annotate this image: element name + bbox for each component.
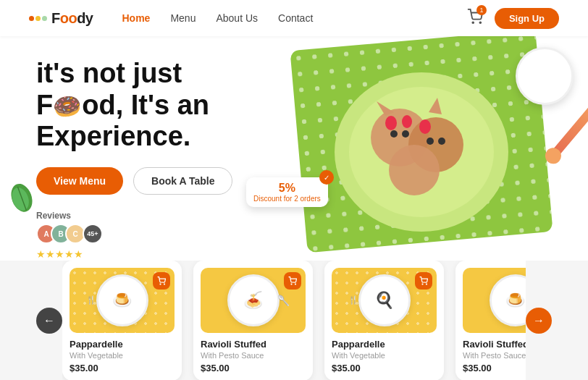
view-menu-button[interactable]: View Menu bbox=[36, 167, 123, 195]
discount-text: Discount for 2 orders bbox=[253, 195, 321, 203]
add-to-cart-2[interactable] bbox=[284, 272, 301, 290]
svg-point-1 bbox=[479, 22, 481, 23]
plate-2: 🍝 bbox=[227, 274, 280, 326]
add-to-cart-1[interactable] bbox=[153, 272, 170, 290]
add-to-cart-3[interactable] bbox=[415, 272, 432, 290]
hero-image bbox=[284, 36, 588, 261]
svg-point-19 bbox=[160, 284, 161, 284]
card-subtitle-2: With Pesto Sauce bbox=[201, 351, 306, 360]
card-title-1: Pappardelle bbox=[70, 339, 175, 350]
logo-text: Foody bbox=[51, 10, 93, 27]
logo-dot-1 bbox=[29, 16, 34, 21]
card-image-3: 🍳 🍴 bbox=[332, 268, 437, 333]
svg-point-7 bbox=[390, 130, 398, 138]
food-visual-2: 🍝 bbox=[239, 286, 268, 315]
card-title-2: Ravioli Stuffed bbox=[201, 339, 306, 350]
food-visual-1: 🍮 bbox=[108, 286, 137, 315]
svg-point-23 bbox=[422, 284, 423, 284]
food-card-1: 🍮 🍴 Pappardelle With Vegetable $35.00 bbox=[62, 261, 182, 381]
card-bg-4: 🍮 bbox=[463, 268, 526, 333]
food-visual-4: 🍮 bbox=[501, 286, 526, 315]
plate-svg bbox=[313, 58, 530, 239]
card-price-1: $35.00 bbox=[70, 363, 175, 373]
logo[interactable]: Foody bbox=[29, 10, 93, 27]
svg-point-20 bbox=[164, 284, 165, 284]
plate-4: 🍮 bbox=[490, 274, 526, 326]
discount-percent: 5% bbox=[279, 182, 295, 195]
fork-1: 🍴 bbox=[86, 295, 96, 305]
discount-badge: ✓ 5% Discount for 2 orders bbox=[246, 177, 328, 207]
plate-wrap-1: 🍮 🍴 bbox=[96, 274, 148, 326]
svg-point-6 bbox=[389, 145, 440, 195]
card-price-4: $35.00 bbox=[463, 363, 526, 373]
cart-button[interactable]: 1 bbox=[467, 9, 483, 28]
svg-point-12 bbox=[402, 115, 412, 128]
hero-section: it's not just F🍩od, It's an Experience. … bbox=[0, 36, 588, 261]
avatar-group: A B C 45+ bbox=[36, 224, 290, 244]
star-rating: ★★★★★ bbox=[36, 248, 290, 260]
nav-link-home[interactable]: Home bbox=[122, 12, 151, 24]
card-image-2: 🍝 🥄 bbox=[201, 268, 306, 333]
svg-point-8 bbox=[402, 130, 409, 138]
fork-3: 🍴 bbox=[348, 295, 358, 305]
spoon-illustration bbox=[545, 99, 588, 167]
avatar-count: 45+ bbox=[83, 224, 103, 244]
svg-point-11 bbox=[385, 116, 397, 130]
logo-dots bbox=[29, 16, 47, 21]
reviews-section: Reviews A B C 45+ ★★★★★ bbox=[36, 211, 290, 260]
plate-wrap-3: 🍳 🍴 bbox=[358, 274, 411, 326]
plate-wrap-4: 🍮 bbox=[490, 274, 526, 326]
food-card-4: 🍮 Ravioli Stuffed With Pesto Sauce $35.0… bbox=[455, 261, 526, 381]
logo-dot-3 bbox=[42, 16, 47, 21]
plate-1: 🍮 bbox=[96, 274, 148, 326]
plate-3: 🍳 bbox=[358, 274, 411, 326]
svg-point-0 bbox=[472, 22, 474, 23]
nav-link-contact[interactable]: Contact bbox=[278, 12, 313, 24]
svg-point-22 bbox=[295, 284, 296, 284]
svg-point-10 bbox=[438, 138, 445, 145]
svg-point-9 bbox=[427, 138, 434, 145]
food-illustration bbox=[313, 58, 530, 242]
food-visual-3: 🍳 bbox=[370, 286, 399, 315]
nav-actions: 1 Sign Up bbox=[467, 8, 559, 29]
card-price-3: $35.00 bbox=[332, 363, 437, 373]
food-card-3: 🍳 🍴 Pappardelle With Vegetable $35.00 bbox=[324, 261, 444, 381]
nav-links: Home Menu About Us Contact bbox=[122, 12, 467, 24]
book-table-button[interactable]: Book A Table bbox=[133, 167, 232, 195]
card-price-2: $35.00 bbox=[201, 363, 306, 373]
nav-link-menu[interactable]: Menu bbox=[170, 12, 196, 24]
reviews-label: Reviews bbox=[36, 211, 290, 221]
prev-arrow[interactable]: ← bbox=[36, 308, 62, 334]
nav-link-about[interactable]: About Us bbox=[216, 12, 258, 24]
hero-content: it's not just F🍩od, It's an Experience. … bbox=[0, 36, 326, 261]
plate-wrap-2: 🍝 🥄 bbox=[227, 274, 280, 326]
cart-badge: 1 bbox=[476, 5, 487, 15]
card-title-3: Pappardelle bbox=[332, 339, 437, 350]
cards-section: ← 🍮 🍴 bbox=[0, 261, 588, 380]
svg-point-13 bbox=[419, 119, 431, 134]
card-subtitle-1: With Vegetable bbox=[70, 351, 175, 360]
hero-title: it's not just F🍩od, It's an Experience. bbox=[36, 58, 290, 153]
spoon-2: 🥄 bbox=[277, 295, 290, 306]
navbar: Foody Home Menu About Us Contact 1 Sign … bbox=[0, 0, 588, 36]
logo-dot-2 bbox=[35, 16, 41, 21]
card-subtitle-3: With Vegetable bbox=[332, 351, 437, 360]
food-plate-container bbox=[284, 36, 588, 261]
card-image-1: 🍮 🍴 bbox=[70, 268, 175, 333]
svg-point-24 bbox=[427, 284, 427, 284]
next-arrow[interactable]: → bbox=[526, 308, 552, 334]
food-card-2: 🍝 🥄 Ravioli Stuffed With Pesto Sauce $35… bbox=[193, 261, 313, 381]
cards-container: 🍮 🍴 Pappardelle With Vegetable $35.00 bbox=[62, 261, 526, 381]
cart-icon-1 bbox=[157, 276, 166, 285]
card-title-4: Ravioli Stuffed bbox=[463, 339, 526, 350]
card-image-4: 🍮 bbox=[463, 268, 526, 333]
discount-icon: ✓ bbox=[319, 170, 334, 185]
card-subtitle-4: With Pesto Sauce bbox=[463, 351, 526, 360]
svg-point-21 bbox=[291, 284, 292, 284]
bowl-illustration bbox=[516, 47, 574, 105]
signup-button[interactable]: Sign Up bbox=[495, 8, 559, 29]
cart-icon-2 bbox=[288, 276, 297, 285]
cart-icon-3 bbox=[419, 276, 428, 285]
